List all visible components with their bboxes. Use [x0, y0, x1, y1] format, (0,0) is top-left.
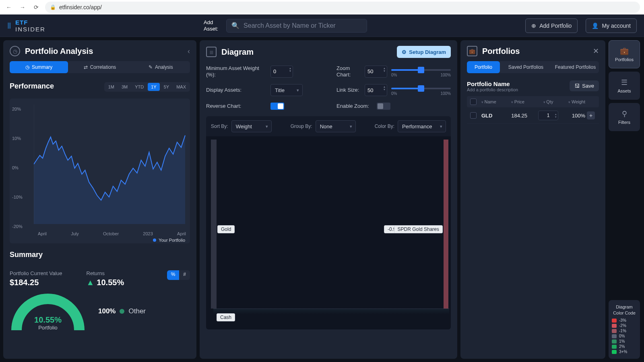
node-label-gold[interactable]: Gold [217, 225, 235, 233]
row-symbol[interactable]: GLD [481, 113, 510, 119]
range-3m[interactable]: 3M [118, 83, 131, 91]
logo-text-1: ETF [15, 19, 45, 26]
toggle-num[interactable]: # [179, 270, 190, 280]
row-add-button[interactable]: + [587, 111, 595, 119]
row-checkbox[interactable] [470, 112, 477, 119]
color-code-legend: Diagram Color Code -3%-2%-1%0%1%2%3+% [609, 300, 640, 359]
link-size-input[interactable]: 50▴▾ [365, 84, 387, 96]
portfolio-tabs: Portfolio Saved Portfolios Featured Port… [467, 61, 599, 73]
range-max[interactable]: MAX [173, 83, 189, 91]
color-by-select[interactable]: Performance [398, 120, 446, 132]
node-label-spdr[interactable]: SPDR Gold Shares [394, 225, 443, 233]
node-bar-right [444, 140, 448, 309]
spinner-icon[interactable]: ▴▾ [384, 85, 385, 91]
cash-band [213, 309, 449, 314]
address-bar[interactable]: 🔒 etfinsider.co/app/ [45, 2, 640, 13]
rail-filters[interactable]: ⚲Filters [609, 103, 640, 131]
back-icon[interactable]: ← [4, 4, 14, 10]
tab-saved[interactable]: Saved Portfolios [502, 61, 549, 73]
spinner-icon[interactable]: ▴▾ [555, 113, 557, 118]
col-weight[interactable]: Weight [561, 99, 585, 104]
url-text: etfinsider.co/app/ [59, 4, 102, 10]
display-assets-select[interactable]: Title [270, 84, 303, 96]
tab-portfolio[interactable]: Portfolio [467, 61, 500, 73]
portfolio-name[interactable]: Portfolio Name [467, 80, 566, 87]
rail-assets[interactable]: ☰Assets [609, 72, 640, 100]
tab-correlations[interactable]: ⇄Correlations [70, 61, 129, 73]
holdings-header: Name Price Qty Weight [467, 96, 599, 107]
color-swatch [612, 345, 617, 349]
save-button[interactable]: 🖫Save [570, 80, 599, 91]
sort-by-select[interactable]: Weight [231, 120, 272, 132]
enable-zoom-label: Enable Zoom: [336, 103, 373, 109]
row-qty-input[interactable]: 1▴▾ [538, 111, 558, 120]
tab-label: Analysis [155, 64, 173, 70]
range-5y[interactable]: 5Y [161, 83, 172, 91]
logo-icon: ⫴ [7, 21, 11, 31]
range-ytd[interactable]: YTD [132, 83, 147, 91]
zoom-input[interactable]: 50▴▾ [365, 66, 387, 78]
reload-icon[interactable]: ⟳ [31, 4, 41, 10]
close-icon[interactable]: ✕ [593, 47, 599, 56]
portfolio-desc[interactable]: Add a portfolio description [467, 87, 566, 92]
col-qty[interactable]: Qty [537, 99, 560, 104]
min-weight-label: Minimum Asset Weight (%): [206, 65, 266, 78]
arrow-up-icon: ▲ [87, 278, 95, 287]
sliders-icon: ⚲ [622, 109, 627, 118]
range-1m[interactable]: 1M [105, 83, 118, 91]
diagram-canvas[interactable]: Gold -0.99% SPDR Gold Shares Cash [206, 136, 451, 329]
gear-icon: ⚙ [402, 49, 407, 55]
briefcase-icon: 💼 [620, 47, 629, 56]
node-label-cash[interactable]: Cash [217, 313, 235, 321]
rail-portfolios[interactable]: 💼Portfolios [609, 40, 640, 68]
rail-label: Portfolios [615, 57, 634, 62]
donut-sub: Portfolio [10, 325, 86, 330]
zoom-slider[interactable]: 0%100% [391, 66, 451, 78]
performance-chart: 20%10%0%-10%-20% AprilJulyOctober2023Apr… [10, 99, 190, 243]
group-by-label: Group By: [291, 123, 312, 129]
tab-analysis[interactable]: ✎Analysis [132, 61, 190, 73]
clock-icon: ◷ [25, 64, 29, 70]
link-size-label: Link Size: [336, 87, 361, 93]
tab-label: Summary [32, 64, 52, 70]
reverse-chart-toggle[interactable] [270, 103, 284, 110]
donut-pct: 10.55% [10, 315, 86, 325]
col-name[interactable]: Name [481, 99, 510, 104]
summary-title: Summary [10, 251, 190, 259]
add-portfolio-button[interactable]: ⊕ Add Portfolio [525, 19, 578, 33]
colorcode-row: 2% [612, 344, 637, 349]
spinner-icon[interactable]: ▴▾ [384, 67, 385, 72]
tab-label: Saved Portfolios [508, 64, 543, 70]
diagram-panel: ⫼ Diagram ⚙Setup Diagram Minimum Asset W… [200, 40, 457, 359]
rail-label: Filters [618, 120, 630, 125]
node-bar-left [211, 140, 217, 309]
link-slider[interactable]: 0%100% [391, 84, 451, 96]
pct-num-toggle[interactable]: % # [167, 270, 190, 280]
search-input[interactable]: 🔍 Search Asset by Name or Ticker [226, 19, 367, 33]
lock-icon: 🔒 [50, 4, 56, 10]
enable-zoom-toggle[interactable] [377, 103, 390, 110]
portfolios-panel: 💼 Portfolios ✕ Portfolio Saved Portfolio… [460, 40, 605, 359]
toggle-pct[interactable]: % [167, 270, 180, 280]
spinner-icon[interactable]: ▴▾ [289, 67, 291, 72]
colorcode-row: -2% [612, 323, 637, 328]
forward-icon[interactable]: → [18, 4, 27, 10]
tab-summary[interactable]: ◷Summary [10, 61, 68, 73]
select-all-checkbox[interactable] [470, 99, 477, 105]
col-price[interactable]: Price [511, 99, 535, 104]
my-account-label: My account [602, 23, 631, 29]
group-by-select[interactable]: None [316, 120, 356, 132]
color-swatch [612, 350, 617, 354]
setup-diagram-button[interactable]: ⚙Setup Diagram [397, 46, 451, 58]
colorcode-row: -3% [612, 318, 637, 323]
my-account-button[interactable]: 👤 My account [586, 19, 637, 33]
collapse-icon[interactable]: ‹ [188, 47, 190, 56]
color-swatch [612, 339, 617, 343]
y-axis-labels: 20%10%0%-10%-20% [12, 107, 23, 229]
colorcode-label: -2% [619, 323, 626, 328]
min-weight-input[interactable]: 0▴▾ [270, 66, 293, 78]
returns-label: Returns [87, 270, 124, 276]
logo[interactable]: ⫴ ETF INSIDER [7, 19, 45, 33]
range-1y[interactable]: 1Y [148, 83, 159, 91]
tab-featured[interactable]: Featured Portfolios [552, 61, 599, 73]
